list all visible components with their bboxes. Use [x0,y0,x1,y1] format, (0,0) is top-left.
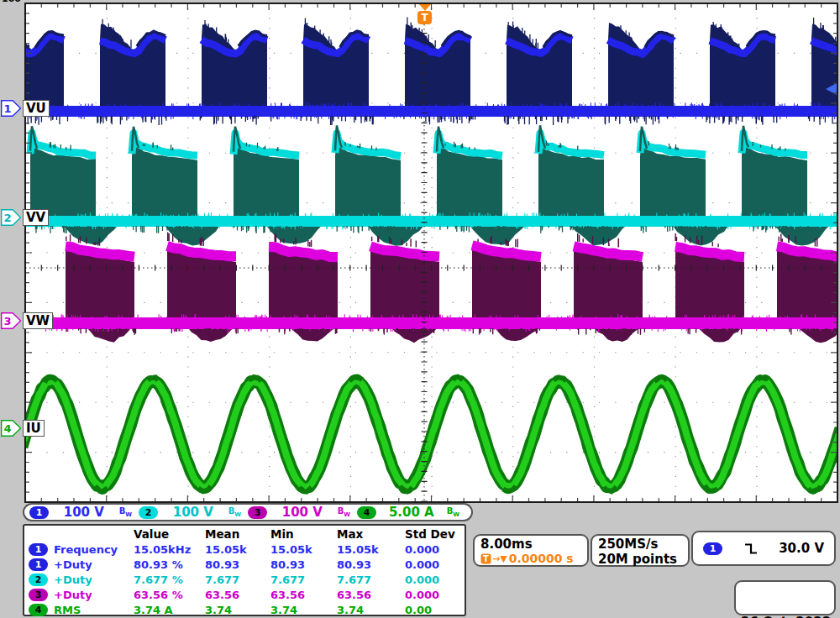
channel-3-label: VW [23,312,53,329]
channel-3-arrow-icon: 3 [1,312,22,329]
trigger-position-readout: 0.00000 s [509,552,574,565]
measurement-channel-badge: 1 [29,543,48,556]
trigger-position-arrow-icon [419,4,431,11]
measurement-mean: 7.677 [205,573,270,586]
col-header-value: Value [134,527,205,541]
measurement-max: 7.677 [337,573,405,586]
measurement-mean: 3.74 [205,604,270,616]
channel-4-badge: 4 [357,506,376,519]
channel-4-scale-group[interactable]: 4 5.00 A BW [357,505,466,520]
col-header-min: Min [270,527,337,541]
channel-2-marker[interactable]: 2 VV [1,209,49,226]
measurement-std: 0.000 [405,558,465,571]
measurement-name: +Duty [54,558,134,571]
measurement-max: 3.74 [337,604,405,616]
measurement-std: 0.00 [405,604,465,616]
svg-text:3: 3 [3,315,11,327]
acquisition-box[interactable]: 250MS/s 20M points [591,534,690,567]
channel-3-marker[interactable]: 3 VW [1,312,53,329]
measurement-min: 15.05k [270,543,337,556]
channel-4-marker[interactable]: 4 IU [1,420,45,437]
clipped-top-left-label: 100 [2,0,27,4]
channel-2-arrow-icon: 2 [1,209,22,226]
col-header-max: Max [337,527,405,541]
trigger-arrow-glyph: →▼ [492,553,507,564]
channel-2-label: VV [23,209,49,226]
measurement-max: 15.05k [337,543,405,556]
measurement-value: 80.93 % [134,558,205,571]
trigger-source-badge: 1 [703,542,722,555]
measurement-name: RMS [54,604,134,616]
date-readout: 26 Oct 2023 [741,615,829,618]
channel-2-scale-group[interactable]: 2 100 V BW [139,505,248,520]
measurement-mean: 63.56 [205,589,270,601]
measurement-value: 3.74 A [134,604,205,616]
bandwidth-limit-icon: BW [447,506,459,518]
measurement-max: 63.56 [337,589,405,601]
svg-text:T: T [483,554,489,563]
record-length-readout: 20M points [598,552,682,567]
horizontal-settings-box[interactable]: 8.00ms T →▼ 0.00000 s [473,534,589,567]
channel-4-label: IU [23,420,45,437]
measurement-min: 7.677 [270,573,337,586]
bandwidth-limit-icon: BW [119,506,132,518]
timebase-readout: 8.00ms [480,537,581,552]
measurement-std: 0.000 [405,589,465,601]
svg-text:1: 1 [3,102,11,115]
channel-4-arrow-icon: 4 [1,420,22,437]
trigger-position-marker[interactable]: T [417,11,432,24]
measurement-value: 15.05kHz [134,543,205,556]
trigger-t-icon: T [480,553,491,564]
measurement-value: 63.56 % [134,589,205,601]
channel-1-marker[interactable]: 1 VU [1,100,50,117]
channel-1-badge: 1 [29,506,49,519]
col-header-stddev: Std Dev [405,527,465,541]
datetime-box[interactable]: 26 Oct 2023 10:39:57 [734,580,836,615]
channel-3-badge: 3 [248,506,267,519]
measurement-name: Frequency [54,543,134,556]
bandwidth-limit-icon: BW [228,506,241,518]
measurement-channel-badge: 2 [29,573,48,586]
measurement-name: +Duty [54,573,134,586]
channel-1-arrow-icon: 1 [1,100,22,117]
measurement-value: 7.677 % [134,573,205,586]
oscilloscope-screen: 100 T 1 VU 2 VV 3 VW 4 IU 1 100 [0,0,840,618]
channel-1-scale-group[interactable]: 1 100 V BW [29,505,139,520]
col-header-mean: Mean [205,527,270,541]
measurement-channel-badge: 1 [29,558,48,571]
sample-rate-readout: 250MS/s [598,537,682,552]
channel-2-scale: 100 V [158,505,228,520]
measurement-mean: 15.05k [205,543,270,556]
bandwidth-limit-icon: BW [338,506,350,518]
svg-text:4: 4 [3,422,11,435]
measurement-name: +Duty [54,589,134,601]
channel-1-label: VU [23,100,50,117]
measurement-std: 0.000 [405,543,465,556]
measurement-std: 0.000 [405,573,465,586]
trigger-level-readout: 30.0 V [779,541,824,556]
svg-text:2: 2 [3,212,11,224]
measurement-table: Value Mean Min Max Std Dev 1 Frequency 1… [23,524,466,616]
channel-3-scale: 100 V [267,505,338,520]
measurement-max: 80.93 [337,558,405,571]
measurement-min: 63.56 [270,589,337,601]
measurement-min: 3.74 [270,604,337,616]
channel-3-scale-group[interactable]: 3 100 V BW [248,505,357,520]
channel-scale-bar: 1 100 V BW 2 100 V BW 3 100 V BW 4 5.00 … [23,503,473,521]
falling-edge-icon [743,542,759,556]
channel-2-badge: 2 [139,506,158,519]
channel-1-scale: 100 V [49,505,119,520]
measurement-min: 80.93 [270,558,337,571]
measurement-channel-badge: 3 [29,589,48,601]
channel-4-scale: 5.00 A [376,505,447,520]
trigger-settings-box[interactable]: 1 30.0 V [691,531,836,566]
measurement-mean: 80.93 [205,558,270,571]
measurement-channel-badge: 4 [29,604,48,616]
